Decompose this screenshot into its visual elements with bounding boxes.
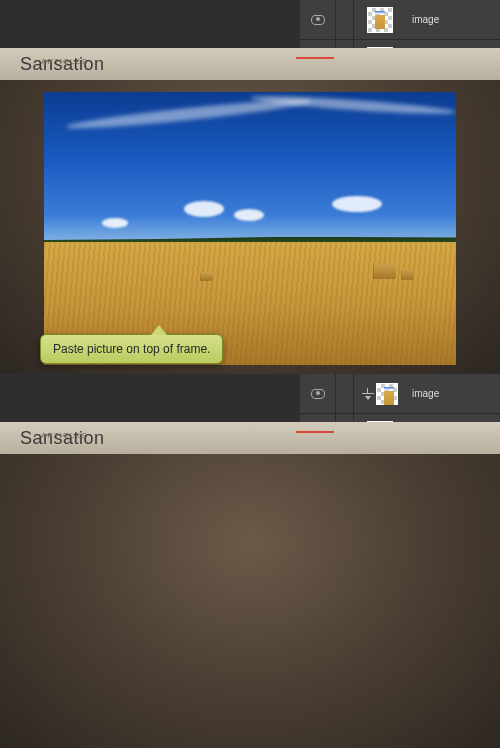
visibility-toggle[interactable] bbox=[300, 0, 336, 39]
layer-row-image[interactable]: image bbox=[300, 0, 500, 40]
thumb-cell bbox=[354, 7, 406, 33]
layer-name: image bbox=[406, 14, 439, 25]
nav-label: ARTICLES bbox=[41, 57, 88, 66]
site-header: Sansation ARTICLES bbox=[0, 48, 500, 80]
hay-bale-icon bbox=[374, 264, 396, 278]
layer-thumbnail-image-icon bbox=[367, 7, 393, 33]
thumb-cell bbox=[354, 383, 406, 405]
tooltip-text: Paste picture on top of frame. bbox=[53, 342, 210, 356]
link-cell[interactable] bbox=[336, 0, 354, 39]
layer-row-image-clipped[interactable]: image bbox=[300, 374, 500, 414]
pasted-image bbox=[44, 92, 456, 365]
active-underline-icon bbox=[296, 431, 334, 433]
page-background bbox=[0, 454, 500, 748]
visibility-toggle[interactable] bbox=[300, 374, 336, 413]
clipping-mask-icon bbox=[362, 388, 374, 400]
nav-label: ARTICLES bbox=[41, 431, 88, 440]
tutorial-figure: image slider base Sansation ARTICLES bbox=[0, 0, 500, 748]
hay-bale-icon bbox=[402, 269, 414, 279]
layer-name: image bbox=[406, 388, 439, 399]
eye-icon bbox=[311, 15, 325, 25]
layer-thumbnail-image-icon bbox=[376, 383, 398, 405]
link-cell[interactable] bbox=[336, 374, 354, 413]
hay-bale-icon bbox=[201, 272, 213, 280]
step-panel-1: image slider base Sansation ARTICLES bbox=[0, 0, 500, 374]
active-underline-icon bbox=[296, 57, 334, 59]
cloud-icon bbox=[332, 196, 382, 212]
instruction-tooltip: Paste picture on top of frame. bbox=[40, 334, 223, 364]
cloud-icon bbox=[102, 218, 128, 228]
eye-icon bbox=[311, 389, 325, 399]
site-header: Sansation ARTICLES bbox=[0, 422, 500, 454]
step-panel-2: image slider base Sansation ARTICLES bbox=[0, 374, 500, 748]
